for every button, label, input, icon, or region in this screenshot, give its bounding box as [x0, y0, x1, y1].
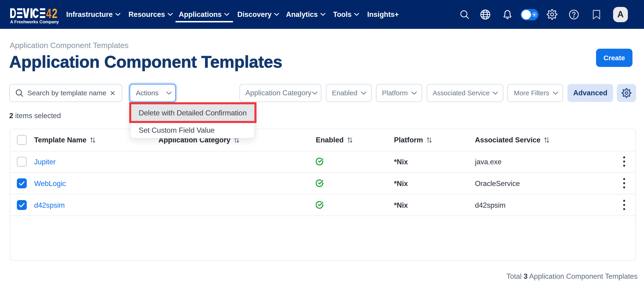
svg-text:4: 4: [46, 8, 52, 19]
svg-text:2: 2: [52, 8, 58, 19]
